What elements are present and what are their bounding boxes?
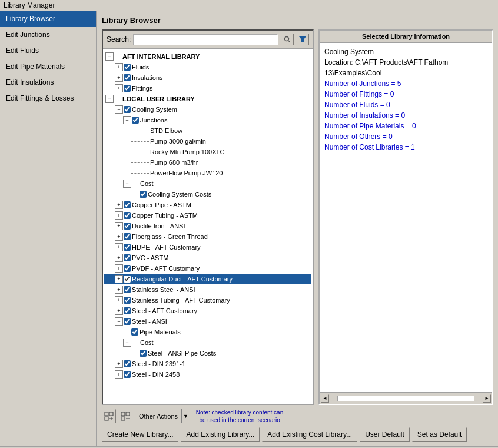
cb-junctions[interactable] — [132, 117, 139, 124]
tree-item-cooling-costs[interactable]: Cooling System Costs — [104, 189, 311, 200]
cb-cooling-system[interactable] — [124, 106, 131, 113]
tree-item-powerflow-pump[interactable]: PowerFlow Pump JW120 — [104, 168, 311, 178]
cb-cooling-costs[interactable] — [140, 191, 147, 198]
tree-item-cooling-system[interactable]: − Cooling System — [104, 104, 311, 115]
cb-steel-ansi-costs[interactable] — [140, 350, 147, 357]
create-new-button[interactable]: Create New Library... — [102, 427, 178, 442]
tree-item-fittings[interactable]: + Fittings — [104, 83, 311, 94]
expand-pvc[interactable]: + — [115, 254, 123, 262]
tree-item-ductile-iron[interactable]: + Ductile Iron - ANSI — [104, 221, 311, 231]
cb-stainless-steel[interactable] — [124, 286, 131, 293]
tree-icon-button-2[interactable] — [118, 409, 132, 423]
expand-steel-din2391[interactable]: + — [115, 360, 123, 368]
cb-pvc[interactable] — [124, 254, 131, 261]
expand-copper-pipe[interactable]: + — [115, 201, 123, 209]
svg-rect-5 — [105, 417, 108, 420]
expand-fiberglass[interactable]: + — [115, 233, 123, 241]
expand-steel-ansi[interactable]: − — [115, 317, 123, 326]
expand-insulations[interactable]: + — [115, 74, 123, 82]
cb-steel-din2458[interactable] — [124, 371, 131, 378]
cb-pvdf[interactable] — [124, 265, 131, 272]
tree-item-fiberglass[interactable]: + Fiberglass - Green Thread — [104, 231, 311, 242]
scroll-left-button[interactable]: ◄ — [321, 394, 329, 403]
expand-hdpe[interactable]: + — [115, 243, 123, 251]
tree-item-stainless-tubing[interactable]: + Stainless Tubing - AFT Customary — [104, 295, 311, 306]
tree-item-aft-internal[interactable]: − AFT INTERNAL LIBRARY — [104, 51, 311, 62]
expand-pvdf[interactable]: + — [115, 264, 123, 273]
expand-cost-cooling[interactable]: − — [123, 180, 131, 188]
add-existing-button[interactable]: Add Existing Library... — [181, 427, 260, 442]
search-input[interactable] — [133, 34, 278, 45]
tree-item-rocky-pump[interactable]: Rocky Mtn Pump 100XLC — [104, 147, 311, 157]
expand-steel-din2458[interactable]: + — [115, 370, 123, 379]
tree-item-steel-din2458[interactable]: + Steel - DIN 2458 — [104, 369, 311, 380]
cb-insulations[interactable] — [124, 74, 131, 81]
expand-aft-internal[interactable]: − — [105, 52, 114, 61]
tree-item-local-user[interactable]: − LOCAL USER LIBRARY — [104, 94, 311, 104]
scroll-right-button[interactable]: ► — [483, 394, 491, 403]
other-actions-button[interactable]: Other Actions ▼ — [135, 409, 190, 423]
expand-fluids[interactable]: + — [115, 63, 123, 71]
tree-item-junctions[interactable]: − Junctions — [104, 115, 311, 125]
sidebar-item-edit-fittings-losses[interactable]: Edit Fittings & Losses — [0, 91, 96, 107]
sidebar-item-edit-fluids[interactable]: Edit Fluids — [0, 43, 96, 59]
tree-item-steel-ansi[interactable]: − Steel - ANSI — [104, 316, 311, 327]
cb-steel-aft[interactable] — [124, 307, 131, 314]
expand-stainless-tubing[interactable]: + — [115, 296, 123, 304]
cb-steel-din2391[interactable] — [124, 360, 131, 367]
note-text: Note: checked library content can be use… — [192, 409, 287, 424]
expand-junctions[interactable]: − — [123, 116, 131, 124]
expand-copper-tubing[interactable]: + — [115, 211, 123, 220]
cb-fittings[interactable] — [124, 85, 131, 92]
tree-item-pipe-materials-steel[interactable]: Pipe Materials — [104, 327, 311, 337]
cb-fiberglass[interactable] — [124, 233, 131, 240]
cb-ductile-iron[interactable] — [124, 223, 131, 230]
expand-local-user[interactable]: − — [105, 95, 114, 103]
sidebar-item-library-browser[interactable]: Library Browser — [0, 11, 96, 27]
tree-item-std-elbow[interactable]: STD Elbow — [104, 125, 311, 136]
expand-fittings[interactable]: + — [115, 84, 123, 92]
tree-item-cost-cooling[interactable]: − Cost — [104, 178, 311, 189]
add-existing-cost-button[interactable]: Add Existing Cost Library... — [262, 427, 357, 442]
expand-steel-aft[interactable]: + — [115, 307, 123, 315]
tree-item-fluids[interactable]: + Fluids — [104, 62, 311, 72]
tree-item-pvdf[interactable]: + PVDF - AFT Customary — [104, 263, 311, 274]
svg-rect-9 — [126, 412, 130, 416]
expand-cooling-system[interactable]: − — [115, 105, 123, 114]
tree-item-steel-din2391[interactable]: + Steel - DIN 2391-1 — [104, 359, 311, 369]
tree-item-stainless-steel[interactable]: + Stainless Steel - ANSI — [104, 284, 311, 295]
tree-item-pump-680[interactable]: Pump 680 m3/hr — [104, 157, 311, 168]
search-button[interactable] — [281, 34, 294, 45]
cb-hdpe[interactable] — [124, 244, 131, 251]
cb-fluids[interactable] — [124, 64, 131, 71]
cb-rectangular-duct[interactable] — [124, 276, 131, 283]
tree-item-insulations[interactable]: + Insulations — [104, 72, 311, 83]
cb-pipe-materials-steel[interactable] — [131, 328, 138, 336]
tree-item-copper-pipe[interactable]: + Copper Pipe - ASTM — [104, 200, 311, 210]
tree-icon-button-1[interactable] — [102, 409, 116, 423]
expand-stainless-steel[interactable]: + — [115, 286, 123, 294]
expand-rectangular-duct[interactable]: + — [115, 275, 123, 283]
set-as-default-button[interactable]: Set as Default — [412, 427, 467, 442]
h-scroll-track[interactable] — [337, 396, 474, 401]
tree-item-pvc[interactable]: + PVC - ASTM — [104, 253, 311, 263]
tree-container[interactable]: − AFT INTERNAL LIBRARY + Fluids + — [103, 49, 313, 404]
cb-steel-ansi[interactable] — [124, 318, 131, 325]
tree-item-steel-ansi-costs[interactable]: Steel - ANSI Pipe Costs — [104, 348, 311, 359]
tree-item-hdpe[interactable]: + HDPE - AFT Customary — [104, 242, 311, 253]
tree-item-cost-steel[interactable]: − Cost — [104, 337, 311, 348]
user-default-button[interactable]: User Default — [360, 427, 410, 442]
tree-item-pump-3000[interactable]: Pump 3000 gal/min — [104, 136, 311, 147]
expand-ductile-iron[interactable]: + — [115, 222, 123, 230]
filter-button[interactable] — [296, 34, 309, 45]
tree-item-steel-aft[interactable]: + Steel - AFT Customary — [104, 306, 311, 316]
cb-copper-pipe[interactable] — [124, 201, 131, 208]
expand-cost-steel[interactable]: − — [123, 339, 131, 347]
tree-item-copper-tubing[interactable]: + Copper Tubing - ASTM — [104, 210, 311, 221]
tree-item-rectangular-duct[interactable]: + Rectangular Duct - AFT Customary — [104, 274, 311, 284]
sidebar-item-edit-insulations[interactable]: Edit Insulations — [0, 75, 96, 91]
cb-stainless-tubing[interactable] — [124, 297, 131, 304]
sidebar-item-edit-junctions[interactable]: Edit Junctions — [0, 27, 96, 43]
cb-copper-tubing[interactable] — [124, 212, 131, 219]
sidebar-item-edit-pipe-materials[interactable]: Edit Pipe Materials — [0, 59, 96, 75]
